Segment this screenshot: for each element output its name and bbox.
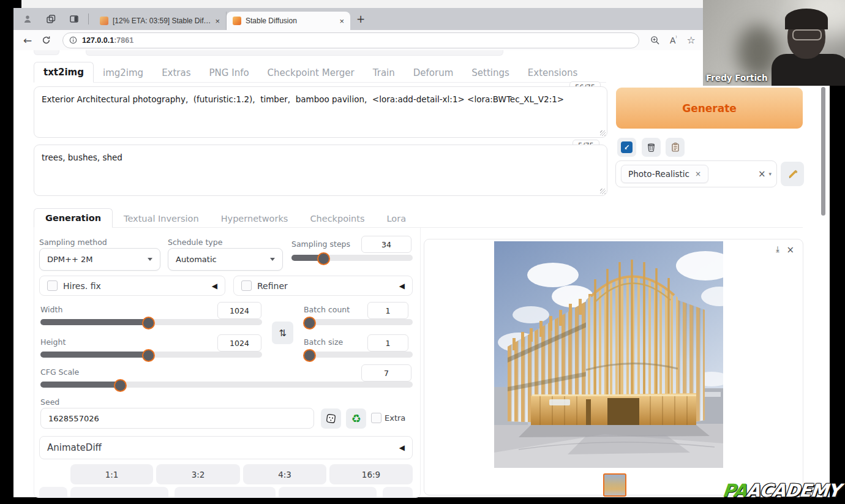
tab-close-icon[interactable]: × — [339, 17, 344, 26]
refiner-accordion[interactable]: Refiner ◀ — [233, 276, 413, 296]
tab-close-icon[interactable]: × — [215, 17, 220, 26]
tab-generation[interactable]: Generation — [34, 208, 113, 228]
tab-txt2img[interactable]: txt2img — [34, 62, 94, 83]
page-scrollbar[interactable] — [821, 87, 825, 216]
extra-seed-checkbox[interactable] — [371, 413, 381, 423]
tab-extras[interactable]: Extras — [152, 63, 200, 83]
schedule-type-select[interactable]: Automatic — [168, 248, 283, 271]
sampling-method-select[interactable]: DPM++ 2M — [39, 248, 160, 271]
video-frame: { "browser": { "tab1": { "label": "[12% … — [0, 0, 845, 504]
paste-params-button[interactable] — [617, 138, 636, 157]
download-icon[interactable]: ⤓ — [776, 244, 779, 254]
apply-styles-button[interactable] — [666, 138, 685, 157]
slider-thumb[interactable] — [142, 349, 155, 362]
logo-academy: ACADEMY — [745, 480, 841, 501]
tab-settings[interactable]: Settings — [462, 63, 519, 83]
tab-hypernetworks[interactable]: Hypernetworks — [210, 209, 299, 228]
new-tab-button[interactable]: + — [356, 13, 365, 25]
styles-caret-icon[interactable]: ▾ — [768, 171, 772, 177]
width-input[interactable]: 1024 — [217, 302, 261, 319]
animatediff-accordion[interactable]: AnimateDiff ◀ — [39, 436, 413, 459]
cfg-scale-slider[interactable] — [40, 382, 413, 388]
generate-button[interactable]: Generate — [616, 88, 803, 129]
slider-thumb[interactable] — [142, 317, 155, 329]
cutoff-button-fragment[interactable] — [279, 487, 377, 498]
batch-count-slider[interactable] — [304, 319, 413, 325]
slider-thumb[interactable] — [303, 317, 316, 329]
tab-deforum[interactable]: Deforum — [404, 63, 463, 83]
clipboard-icon — [670, 142, 680, 152]
slider-thumb[interactable] — [317, 252, 330, 265]
edit-styles-button[interactable] — [781, 162, 804, 186]
generated-image[interactable] — [494, 241, 723, 468]
collapse-arrow-icon[interactable]: ◀ — [399, 282, 405, 290]
tab-checkpoints[interactable]: Checkpoints — [299, 209, 375, 228]
swap-dimensions-button[interactable]: ⇅ — [272, 322, 293, 344]
ratio-1-1-button[interactable]: 1:1 — [70, 464, 153, 484]
style-chip[interactable]: Photo-Realistic × — [621, 165, 708, 183]
sampling-steps-input[interactable]: 34 — [361, 236, 411, 253]
slider-thumb[interactable] — [114, 379, 127, 392]
cutoff-button-fragment[interactable] — [39, 487, 67, 498]
site-info-icon[interactable] — [69, 36, 77, 44]
cfg-scale-input[interactable]: 7 — [361, 364, 411, 382]
batch-size-label: Batch size — [304, 337, 343, 347]
ratio-16-9-button[interactable]: 16:9 — [329, 464, 413, 484]
profile-icon[interactable] — [18, 11, 37, 27]
height-slider[interactable] — [40, 352, 262, 358]
hires-fix-checkbox[interactable] — [47, 280, 58, 291]
collapse-arrow-icon[interactable]: ◀ — [399, 443, 405, 452]
seed-input[interactable]: 1628557026 — [40, 408, 314, 429]
seed-label: Seed — [40, 397, 59, 407]
ratio-4-3-button[interactable]: 4:3 — [243, 464, 326, 484]
cutoff-button-fragment[interactable] — [70, 487, 168, 498]
cutoff-button-fragment[interactable] — [383, 487, 413, 498]
tab-img2img[interactable]: img2img — [94, 63, 152, 83]
ratio-3-2-button[interactable]: 3:2 — [156, 464, 240, 484]
webcam-overlay: Fredy Fortich — [703, 0, 845, 86]
url-bar[interactable]: 127.0.0.1:7861 — [62, 32, 639, 48]
width-slider[interactable] — [40, 319, 262, 325]
favorites-star-icon[interactable]: ☆ — [687, 34, 696, 46]
browser-tab-active[interactable]: Stable Diffusion × — [227, 12, 350, 30]
styles-dropdown[interactable]: Photo-Realistic × × ▾ — [615, 160, 777, 187]
sampling-steps-label: Sampling steps — [291, 239, 350, 249]
height-input[interactable]: 1024 — [217, 334, 261, 352]
batch-size-slider[interactable] — [304, 352, 413, 358]
sampling-steps-slider[interactable] — [291, 255, 413, 261]
tab-checkpoint-merger[interactable]: Checkpoint Merger — [258, 63, 364, 83]
tab-png-info[interactable]: PNG Info — [200, 63, 258, 83]
tab-groups-icon[interactable] — [42, 11, 60, 27]
clear-prompt-button[interactable] — [642, 138, 661, 157]
zoom-icon[interactable] — [650, 36, 660, 45]
toolbar-separator — [88, 13, 89, 24]
refiner-checkbox[interactable] — [241, 280, 252, 291]
tab-extensions[interactable]: Extensions — [519, 63, 587, 83]
tab-textual-inversion[interactable]: Textual Inversion — [113, 209, 210, 228]
prompt-input[interactable]: Exterior Architectural photography, (fut… — [34, 87, 607, 137]
batch-size-input[interactable]: 1 — [367, 334, 408, 352]
batch-count-input[interactable]: 1 — [367, 302, 408, 319]
random-seed-button[interactable] — [321, 408, 341, 429]
sd-favicon — [100, 17, 108, 25]
styles-clear-icon[interactable]: × — [758, 168, 766, 179]
back-button[interactable]: ← — [18, 34, 37, 47]
cutoff-button-fragment[interactable] — [175, 487, 276, 498]
refresh-button[interactable] — [37, 36, 55, 45]
negative-prompt-input[interactable]: trees, bushes, shed — [34, 145, 607, 195]
slider-thumb[interactable] — [303, 349, 316, 362]
reuse-seed-button[interactable]: ♻ — [346, 408, 366, 429]
workspace-icon[interactable] — [65, 11, 83, 27]
gallery-thumbnail[interactable] — [603, 473, 626, 497]
read-aloud-icon[interactable]: A⁾ — [670, 35, 677, 45]
resize-grip[interactable] — [600, 189, 606, 194]
browser-tab-progress[interactable]: [12% ETA: 03:59] Stable Diffusion × — [94, 12, 227, 30]
hires-fix-accordion[interactable]: Hires. fix ◀ — [39, 276, 225, 296]
tab-train[interactable]: Train — [364, 63, 404, 83]
resize-grip[interactable] — [600, 130, 606, 136]
close-preview-icon[interactable]: × — [786, 244, 794, 255]
collapse-arrow-icon[interactable]: ◀ — [212, 282, 217, 290]
tab-lora[interactable]: Lora — [376, 209, 418, 228]
style-chip-remove-icon[interactable]: × — [695, 170, 701, 178]
slider-fill — [40, 382, 119, 388]
